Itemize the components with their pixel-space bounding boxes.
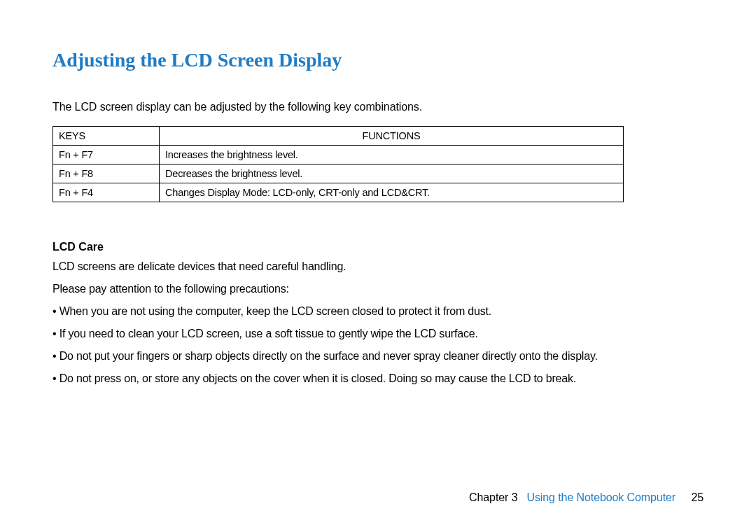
- table-row: Fn + F7 Increases the brightness level.: [53, 146, 624, 164]
- chapter-name: Using the Notebook Computer: [527, 491, 676, 503]
- cell-functions: Decreases the brightness level.: [160, 164, 624, 183]
- bullet-item: • When you are not using the computer, k…: [52, 305, 704, 318]
- section-heading: LCD Care: [52, 241, 704, 253]
- table-row: Fn + F8 Decreases the brightness level.: [53, 164, 624, 183]
- bullet-item: • Do not press on, or store any objects …: [52, 372, 704, 385]
- header-keys: KEYS: [53, 127, 160, 146]
- page-title: Adjusting the LCD Screen Display: [52, 49, 704, 71]
- bullet-item: • Do not put your fingers or sharp objec…: [52, 350, 704, 363]
- key-functions-table: KEYS FUNCTIONS Fn + F7 Increases the bri…: [52, 126, 624, 202]
- page-footer: Chapter 3 Using the Notebook Computer 25: [469, 491, 704, 504]
- cell-functions: Changes Display Mode: LCD-only, CRT-only…: [160, 183, 624, 202]
- body-paragraph: Please pay attention to the following pr…: [52, 283, 704, 295]
- body-paragraph: LCD screens are delicate devices that ne…: [52, 260, 704, 273]
- cell-functions: Increases the brightness level.: [160, 146, 624, 164]
- cell-keys: Fn + F7: [53, 146, 160, 164]
- header-functions: FUNCTIONS: [160, 127, 624, 146]
- cell-keys: Fn + F8: [53, 164, 160, 183]
- cell-keys: Fn + F4: [53, 183, 160, 202]
- page-number: 25: [691, 491, 704, 503]
- table-row: Fn + F4 Changes Display Mode: LCD-only, …: [53, 183, 624, 202]
- bullet-item: • If you need to clean your LCD screen, …: [52, 328, 704, 340]
- table-header-row: KEYS FUNCTIONS: [53, 127, 624, 146]
- intro-text: The LCD screen display can be adjusted b…: [52, 101, 704, 113]
- chapter-label: Chapter 3: [469, 491, 517, 503]
